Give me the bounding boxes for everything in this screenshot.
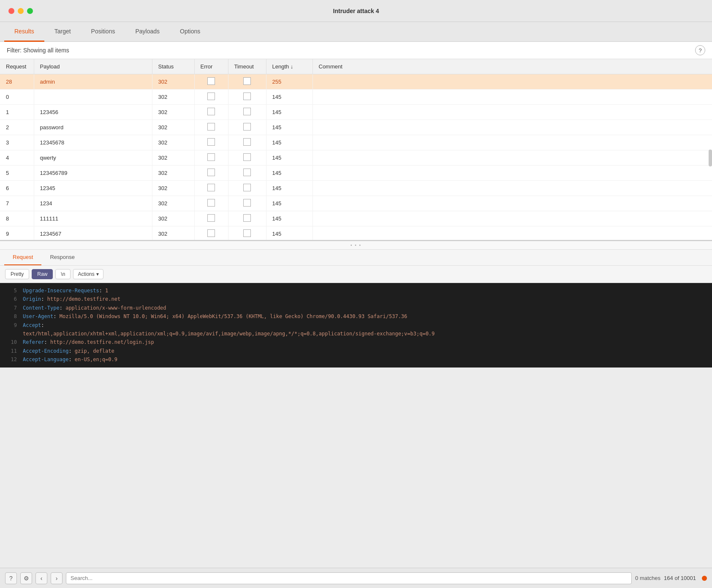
results-table: Request Payload Status Error Timeout Len…	[0, 59, 712, 241]
checkbox[interactable]	[207, 199, 215, 207]
table-row[interactable]: 312345678302145	[0, 135, 712, 150]
table-row[interactable]: 8111111302145	[0, 211, 712, 226]
table-row[interactable]: 28admin302255	[0, 74, 712, 90]
col-header-length[interactable]: Length ↓	[266, 59, 313, 74]
checkbox[interactable]	[243, 229, 251, 237]
table-row[interactable]: 0302145	[0, 90, 712, 105]
settings-button[interactable]: ⚙	[20, 572, 32, 584]
window-controls	[8, 8, 33, 14]
code-line: 12Accept-Language: en-US,en;q=0.9	[0, 355, 712, 364]
code-line: text/html,application/xhtml+xml,applicat…	[0, 329, 712, 338]
forward-button[interactable]: ›	[51, 572, 63, 584]
filterbar: Filter: Showing all items ?	[0, 42, 712, 59]
table-body: 28admin302255030214511234563021452passwo…	[0, 74, 712, 241]
titlebar: Intruder attack 4	[0, 0, 712, 22]
detail-tabbar: Request Response	[0, 250, 712, 266]
checkbox[interactable]	[243, 77, 251, 85]
close-button[interactable]	[8, 8, 14, 14]
pretty-button[interactable]: Pretty	[5, 269, 29, 279]
tab-results[interactable]: Results	[4, 22, 44, 42]
checkbox[interactable]	[243, 169, 251, 176]
checkbox[interactable]	[243, 108, 251, 115]
maximize-button[interactable]	[27, 8, 33, 14]
results-table-wrapper: Request Payload Status Error Timeout Len…	[0, 59, 712, 241]
checkbox[interactable]	[207, 138, 215, 146]
newline-button[interactable]: \n	[55, 269, 71, 279]
detail-toolbar: Pretty Raw \n Actions ▾	[0, 266, 712, 283]
back-button[interactable]: ‹	[35, 572, 47, 584]
checkbox[interactable]	[243, 184, 251, 191]
checkbox[interactable]	[243, 214, 251, 222]
actions-button[interactable]: Actions ▾	[73, 269, 103, 279]
table-row[interactable]: 71234302145	[0, 196, 712, 211]
table-row[interactable]: 612345302145	[0, 181, 712, 196]
checkbox[interactable]	[207, 93, 215, 100]
matches-label: 0 matches	[635, 575, 660, 581]
bottombar: ? ⚙ ‹ › 0 matches 164 of 10001	[0, 568, 712, 588]
checkbox[interactable]	[207, 169, 215, 176]
tab-request[interactable]: Request	[4, 250, 41, 265]
col-header-comment[interactable]: Comment	[313, 59, 712, 74]
filter-text: Filter: Showing all items	[7, 47, 691, 54]
col-header-error[interactable]: Error	[194, 59, 228, 74]
filter-help-button[interactable]: ?	[695, 45, 705, 55]
table-row[interactable]: 91234567302145	[0, 226, 712, 241]
tab-payloads[interactable]: Payloads	[125, 22, 170, 42]
tab-positions[interactable]: Positions	[81, 22, 125, 42]
table-row[interactable]: 2password302145	[0, 120, 712, 135]
raw-button[interactable]: Raw	[32, 269, 53, 279]
actions-label: Actions	[78, 271, 94, 277]
code-line: 10Referer: http://demo.testfire.net/logi…	[0, 338, 712, 346]
chevron-down-icon: ▾	[96, 271, 99, 277]
window-title: Intruder attack 4	[333, 8, 379, 14]
checkbox[interactable]	[243, 138, 251, 146]
code-line: 6Origin: http://demo.testfire.net	[0, 295, 712, 303]
resize-handle[interactable]: • • •	[0, 241, 712, 250]
col-header-request[interactable]: Request	[0, 59, 34, 74]
code-line: 8User-Agent: Mozilla/5.0 (Windows NT 10.…	[0, 312, 712, 321]
code-line: 7Content-Type: application/x-www-form-ur…	[0, 304, 712, 312]
checkbox[interactable]	[207, 214, 215, 222]
tab-target[interactable]: Target	[44, 22, 81, 42]
table-row[interactable]: 1123456302145	[0, 105, 712, 120]
checkbox[interactable]	[243, 153, 251, 161]
checkbox[interactable]	[243, 199, 251, 207]
col-header-timeout[interactable]: Timeout	[228, 59, 266, 74]
status-dot	[702, 576, 707, 581]
search-input[interactable]	[66, 572, 632, 584]
code-line: 11Accept-Encoding: gzip, deflate	[0, 347, 712, 355]
table-header: Request Payload Status Error Timeout Len…	[0, 59, 712, 74]
minimize-button[interactable]	[18, 8, 24, 14]
table-row[interactable]: 4qwerty302145	[0, 150, 712, 166]
help-button[interactable]: ?	[5, 572, 17, 584]
table-row[interactable]: 5123456789302145	[0, 166, 712, 181]
code-line: 9Accept:	[0, 321, 712, 329]
checkbox[interactable]	[207, 108, 215, 115]
col-header-status[interactable]: Status	[152, 59, 194, 74]
tab-options[interactable]: Options	[170, 22, 210, 42]
main-tabbar: Results Target Positions Payloads Option…	[0, 22, 712, 42]
checkbox[interactable]	[243, 123, 251, 131]
col-header-payload[interactable]: Payload	[34, 59, 152, 74]
checkbox[interactable]	[207, 153, 215, 161]
code-view[interactable]: 5Upgrade-Insecure-Requests: 16Origin: ht…	[0, 283, 712, 368]
checkbox[interactable]	[207, 229, 215, 237]
checkbox[interactable]	[207, 184, 215, 191]
checkbox[interactable]	[243, 93, 251, 100]
code-line: 5Upgrade-Insecure-Requests: 1	[0, 286, 712, 295]
checkbox[interactable]	[207, 77, 215, 85]
checkbox[interactable]	[207, 123, 215, 131]
tab-response[interactable]: Response	[41, 250, 83, 265]
status-label: 164 of 10001	[664, 575, 696, 581]
scroll-indicator[interactable]	[709, 150, 712, 166]
